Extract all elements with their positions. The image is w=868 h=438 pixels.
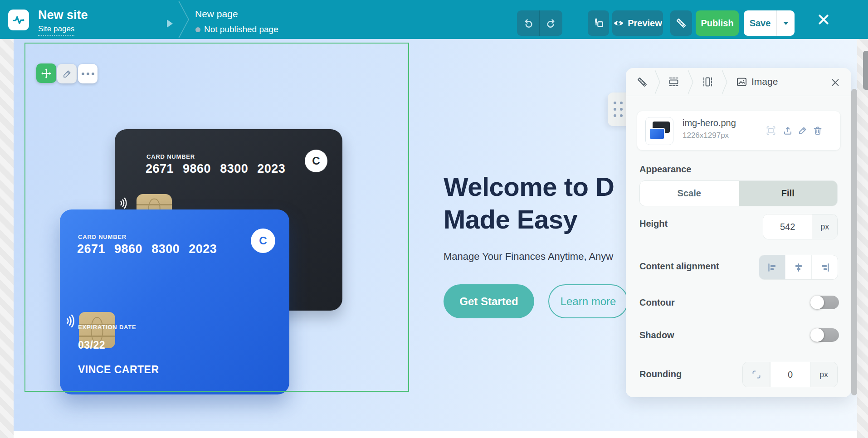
undo-button[interactable] xyxy=(517,10,540,36)
more-options-button[interactable] xyxy=(78,64,98,83)
chevron-down-icon xyxy=(783,22,789,25)
align-right-icon xyxy=(819,262,830,273)
image-tab-label[interactable]: Image xyxy=(751,76,778,87)
section-tab[interactable] xyxy=(668,76,680,88)
upload-image-button[interactable] xyxy=(782,125,793,138)
contour-toggle[interactable] xyxy=(811,296,839,309)
align-center-button[interactable] xyxy=(785,255,812,279)
right-gutter xyxy=(857,39,868,438)
hero-paragraph[interactable]: Manage Your Finances Anytime, Anyw xyxy=(444,251,613,263)
trash-icon xyxy=(812,125,823,136)
hero-heading-line2: Made Easy xyxy=(444,203,614,236)
preview-label: Preview xyxy=(628,18,662,29)
save-menu-button[interactable] xyxy=(777,10,795,36)
card-brand-badge: C xyxy=(305,150,327,172)
move-element-button[interactable] xyxy=(36,63,56,83)
height-input-group: 542 px xyxy=(763,214,838,239)
app-logo[interactable] xyxy=(8,10,29,30)
card-brand-badge: C xyxy=(251,229,275,253)
panel-breadcrumb: Image xyxy=(626,68,851,96)
design-tab[interactable] xyxy=(636,76,649,88)
card-number-label: CARD NUMBER xyxy=(78,234,127,240)
canvas-scrollbar[interactable] xyxy=(851,89,857,395)
toggle-knob xyxy=(810,296,824,309)
breadcrumb-separator xyxy=(687,68,694,96)
shadow-label: Shadow xyxy=(639,330,674,341)
layout-tab[interactable] xyxy=(702,76,714,88)
alignment-segmented-control xyxy=(759,255,838,280)
toggle-knob xyxy=(810,328,824,342)
image-tab-icon xyxy=(736,76,748,88)
eye-icon xyxy=(613,18,624,29)
breadcrumb-separator xyxy=(654,68,661,96)
learn-more-button[interactable]: Learn more xyxy=(548,284,628,318)
get-started-button[interactable]: Get Started xyxy=(444,284,534,318)
ellipsis-icon xyxy=(82,73,94,75)
next-section-edge xyxy=(14,431,857,438)
appearance-label: Appearance xyxy=(639,164,692,175)
pencil-icon xyxy=(62,68,73,79)
shadow-toggle[interactable] xyxy=(811,328,839,342)
edit-element-button[interactable] xyxy=(57,64,77,83)
breadcrumb-separator xyxy=(721,68,728,96)
hero-heading[interactable]: Welcome to D Made Easy xyxy=(444,170,614,236)
hero-heading-line1: Welcome to D xyxy=(444,170,614,203)
design-button[interactable] xyxy=(670,10,692,36)
close-icon xyxy=(830,78,840,88)
window-scrollbar[interactable] xyxy=(863,51,868,90)
align-center-icon xyxy=(793,262,804,273)
edit-image-button[interactable] xyxy=(797,125,808,138)
undo-icon xyxy=(522,17,534,29)
contour-label: Contour xyxy=(639,297,675,308)
align-left-button[interactable] xyxy=(759,255,785,279)
card-number-label: CARD NUMBER xyxy=(146,153,195,160)
card-holder-name: VINCE CARTER xyxy=(78,364,159,376)
site-styles-button[interactable] xyxy=(588,10,609,36)
delete-image-button[interactable] xyxy=(812,125,823,138)
save-button[interactable]: Save xyxy=(744,10,776,36)
rounding-corner-button[interactable] xyxy=(743,362,770,387)
publish-label: Publish xyxy=(701,18,733,29)
image-thumbnail[interactable] xyxy=(645,117,673,145)
breadcrumb-arrow-icon xyxy=(167,19,173,28)
save-label: Save xyxy=(750,18,771,29)
redo-icon xyxy=(545,17,557,29)
close-editor-button[interactable] xyxy=(814,12,833,27)
contactless-icon xyxy=(118,195,128,211)
undo-redo-group xyxy=(517,10,562,36)
height-unit: px xyxy=(812,214,837,239)
expiration-label: EXPIRATION DATE xyxy=(78,324,137,331)
pencil-ruler-icon xyxy=(675,17,688,29)
left-gutter xyxy=(0,39,14,438)
top-bar: New site Site pages New page Not publish… xyxy=(0,0,868,39)
thumb-blue-card xyxy=(649,128,665,140)
site-title[interactable]: New site xyxy=(38,8,88,22)
appearance-scale-option[interactable]: Scale xyxy=(640,181,739,206)
close-icon xyxy=(817,13,830,26)
height-label: Height xyxy=(639,219,668,229)
status-dot xyxy=(195,27,200,32)
save-split-button: Save xyxy=(744,10,795,36)
page-status: Not published page xyxy=(204,24,278,34)
breadcrumb-chevron-divider xyxy=(178,0,190,39)
corner-radius-icon xyxy=(751,369,762,380)
pulse-icon xyxy=(11,13,26,27)
appearance-segmented-control: Scale Fill xyxy=(639,180,838,206)
fit-image-button[interactable] xyxy=(766,125,776,138)
rounding-label: Rounding xyxy=(639,369,682,380)
panel-close-button[interactable] xyxy=(828,75,843,90)
site-pages-link[interactable]: Site pages xyxy=(38,24,74,36)
appearance-fill-option[interactable]: Fill xyxy=(739,181,838,206)
preview-button[interactable]: Preview xyxy=(612,10,663,36)
app-window: New site Site pages New page Not publish… xyxy=(0,0,868,438)
align-right-button[interactable] xyxy=(812,255,838,279)
rounding-input[interactable]: 0 xyxy=(770,362,810,387)
height-input[interactable]: 542 xyxy=(763,214,812,239)
fit-icon xyxy=(766,125,776,136)
credit-card-blue[interactable]: CARD NUMBER 2671 9860 8300 2023 C EXPIRA… xyxy=(60,209,289,394)
redo-button[interactable] xyxy=(540,10,562,36)
pencil-icon xyxy=(797,125,808,136)
brush-icon xyxy=(592,17,605,29)
file-name: img-hero.png xyxy=(683,118,736,128)
publish-button[interactable]: Publish xyxy=(696,10,739,36)
